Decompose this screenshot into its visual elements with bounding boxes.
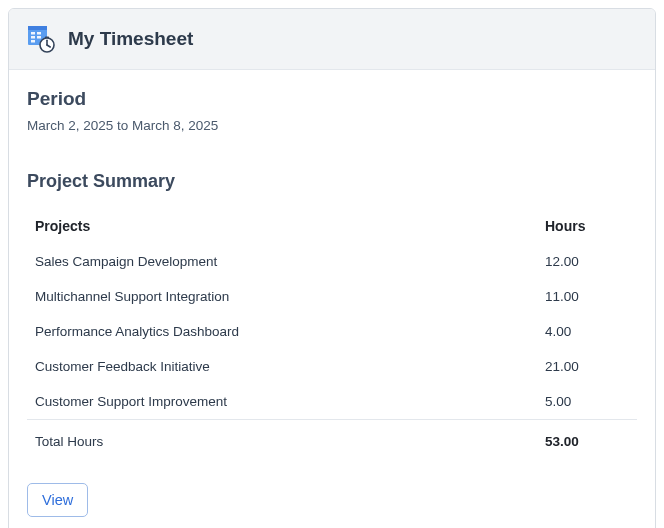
table-row: Customer Feedback Initiative 21.00 <box>27 349 637 384</box>
card-body: Period March 2, 2025 to March 8, 2025 Pr… <box>9 70 655 528</box>
period-value: March 2, 2025 to March 8, 2025 <box>27 118 637 133</box>
project-hours: 4.00 <box>537 314 637 349</box>
svg-rect-2 <box>31 32 35 35</box>
svg-rect-3 <box>37 32 41 35</box>
table-row: Customer Support Improvement 5.00 <box>27 384 637 420</box>
timesheet-card: My Timesheet Period March 2, 2025 to Mar… <box>8 8 656 528</box>
period-label: Period <box>27 88 637 110</box>
svg-rect-4 <box>31 36 35 39</box>
project-summary-table: Projects Hours Sales Campaign Developmen… <box>27 208 637 459</box>
total-row: Total Hours 53.00 <box>27 420 637 460</box>
project-name: Customer Feedback Initiative <box>27 349 537 384</box>
project-hours: 11.00 <box>537 279 637 314</box>
svg-rect-5 <box>37 36 41 39</box>
svg-rect-6 <box>31 40 35 43</box>
summary-title: Project Summary <box>27 171 637 192</box>
table-row: Sales Campaign Development 12.00 <box>27 244 637 279</box>
project-hours: 21.00 <box>537 349 637 384</box>
timesheet-icon <box>27 25 55 53</box>
col-projects: Projects <box>27 208 537 244</box>
page-title: My Timesheet <box>68 28 193 50</box>
project-name: Customer Support Improvement <box>27 384 537 420</box>
project-hours: 12.00 <box>537 244 637 279</box>
total-hours: 53.00 <box>537 420 637 460</box>
total-label: Total Hours <box>27 420 537 460</box>
project-name: Sales Campaign Development <box>27 244 537 279</box>
card-header: My Timesheet <box>9 9 655 70</box>
table-row: Performance Analytics Dashboard 4.00 <box>27 314 637 349</box>
svg-rect-10 <box>45 37 49 39</box>
view-button[interactable]: View <box>27 483 88 517</box>
project-hours: 5.00 <box>537 384 637 420</box>
project-name: Performance Analytics Dashboard <box>27 314 537 349</box>
svg-rect-1 <box>28 26 47 30</box>
table-row: Multichannel Support Integration 11.00 <box>27 279 637 314</box>
project-name: Multichannel Support Integration <box>27 279 537 314</box>
col-hours: Hours <box>537 208 637 244</box>
